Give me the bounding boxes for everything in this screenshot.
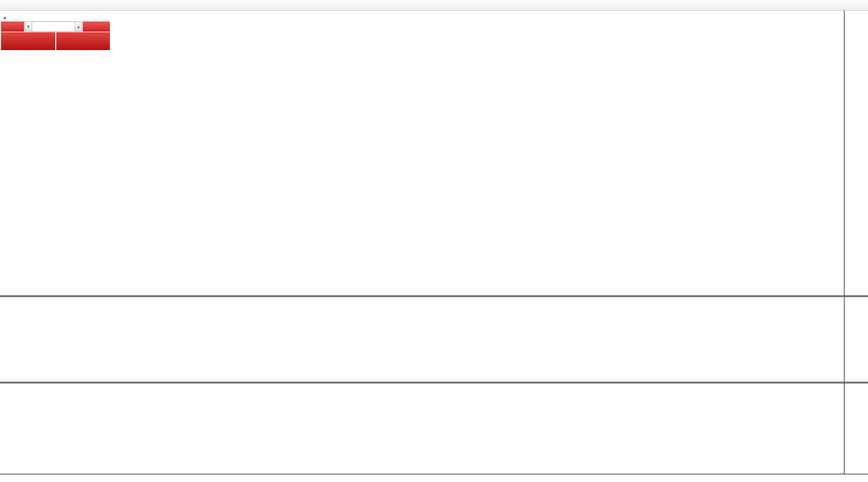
- rsi-pane-separator[interactable]: [0, 382, 868, 383]
- time-axis[interactable]: [0, 474, 868, 482]
- sell-button[interactable]: [1, 21, 24, 32]
- price-axis-line: [844, 11, 844, 474]
- volume-control: ▼ ▲: [25, 21, 82, 32]
- rsi-pane-canvas[interactable]: [0, 383, 844, 474]
- volume-decrease-button[interactable]: ▼: [25, 22, 32, 31]
- chart-title: ▲: [3, 14, 12, 20]
- macd-pane-canvas[interactable]: [0, 297, 844, 381]
- volume-input[interactable]: [32, 22, 75, 31]
- toolbar: [0, 0, 868, 11]
- volume-increase-button[interactable]: ▲: [75, 22, 82, 31]
- chart-title-icon: ▲: [3, 15, 7, 20]
- macd-pane-separator[interactable]: [0, 295, 868, 297]
- sell-price-button[interactable]: [1, 32, 55, 50]
- one-click-trading-panel: ▼ ▲: [1, 21, 110, 50]
- buy-button[interactable]: [83, 21, 110, 32]
- buy-price-button[interactable]: [56, 32, 110, 50]
- main-chart-canvas[interactable]: [0, 11, 844, 295]
